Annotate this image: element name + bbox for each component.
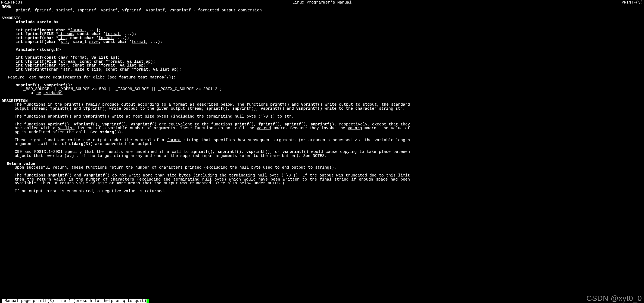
ftm-line: Feature Test Macro Requirements for glib… xyxy=(1,75,176,80)
include-stdio: #include <stdio.h> xyxy=(1,20,58,24)
desc-p5: C99 and POSIX.1-2001 specify that the re… xyxy=(0,150,410,158)
header-left: PRINTF(3) xyxy=(1,1,22,5)
proto-vsnprintf: int vsnprintf(char *str, size_t size, co… xyxy=(1,67,181,72)
man-header: PRINTF(3) Linux Programmer's Manual PRIN… xyxy=(0,0,644,5)
desc-p2: The functions snprintf() and vsnprintf()… xyxy=(0,115,410,119)
rv-err: If an output error is encountered, a neg… xyxy=(0,189,410,193)
rv-p1: Upon successful return, these functions … xyxy=(0,166,410,170)
header-right: PRINTF(3) xyxy=(622,1,643,5)
rv-p2: The functions snprintf() and vsnprintf()… xyxy=(0,173,410,185)
status-text: Manual page printf(3) line 1 (press h fo… xyxy=(2,299,147,303)
header-center: Linux Programmer's Manual xyxy=(293,1,352,5)
statusbar: Manual page printf(3) line 1 (press h fo… xyxy=(0,299,644,303)
watermark: CSDN @xyt0_0 xyxy=(586,296,642,301)
desc-p3: The functions vprintf(), vfprintf(), vsp… xyxy=(0,122,410,134)
desc-p4: These eight functions write the output u… xyxy=(0,138,410,146)
ftm-or: or cc -std=c99 xyxy=(1,91,63,95)
include-stdarg: #include <stdarg.h> xyxy=(1,48,61,52)
name-line: printf, fprintf, sprintf, snprintf, vpri… xyxy=(1,8,262,12)
section-synopsis: SYNOPSIS xyxy=(1,16,21,20)
cursor-icon xyxy=(147,299,149,303)
man-content[interactable]: NAME printf, fprintf, sprintf, snprintf,… xyxy=(0,5,644,103)
proto-snprintf: int snprintf(char *str, size_t size, con… xyxy=(1,40,163,44)
subsection-return-value: Return value xyxy=(0,162,644,166)
desc-p1: The functions in the printf() family pro… xyxy=(0,103,410,111)
